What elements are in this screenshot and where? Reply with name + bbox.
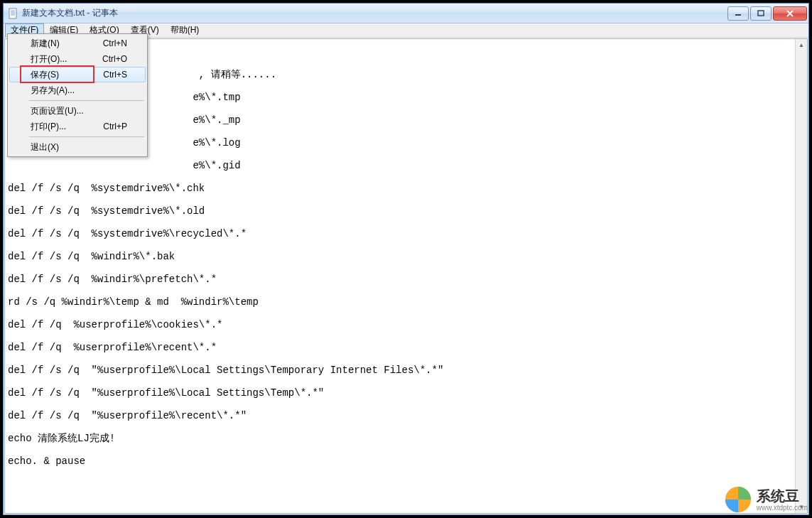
- maximize-button[interactable]: [750, 6, 772, 21]
- window-controls: [727, 6, 807, 21]
- menu-item-label: 页面设置(U)...: [31, 105, 127, 117]
- menu-item-open[interactable]: 打开(O)... Ctrl+O: [9, 51, 146, 67]
- scroll-up-button[interactable]: ▲: [796, 39, 807, 51]
- menu-item-label: 另存为(A)...: [31, 85, 127, 97]
- menu-item-save[interactable]: 保存(S) Ctrl+S: [9, 67, 146, 82]
- close-button[interactable]: [773, 6, 807, 21]
- menu-item-saveas[interactable]: 另存为(A)...: [9, 82, 146, 98]
- window-title: 新建文本文档.txt - 记事本: [22, 7, 727, 19]
- menu-item-shortcut: Ctrl+P: [103, 122, 127, 131]
- file-dropdown-menu: 新建(N) Ctrl+N 打开(O)... Ctrl+O 保存(S) Ctrl+…: [7, 33, 148, 157]
- scroll-down-button[interactable]: ▼: [796, 501, 807, 513]
- scroll-track[interactable]: [796, 51, 807, 501]
- menu-item-shortcut: Ctrl+S: [103, 70, 127, 80]
- menu-item-label: 打开(O)...: [31, 53, 102, 65]
- menu-item-label: 新建(N): [31, 38, 103, 50]
- minimize-button[interactable]: [727, 6, 749, 21]
- menu-item-label: 保存(S): [31, 69, 103, 81]
- menu-item-print[interactable]: 打印(P)... Ctrl+P: [9, 119, 146, 134]
- menu-item-exit[interactable]: 退出(X): [9, 139, 146, 155]
- svg-rect-6: [758, 11, 764, 16]
- vertical-scrollbar[interactable]: ▲ ▼: [795, 39, 807, 513]
- menu-help[interactable]: 帮助(H): [165, 23, 205, 37]
- menu-item-pagesetup[interactable]: 页面设置(U)...: [9, 103, 146, 119]
- menu-separator: [29, 136, 144, 137]
- app-icon: [8, 8, 19, 19]
- menu-item-label: 退出(X): [31, 141, 127, 153]
- menu-item-new[interactable]: 新建(N) Ctrl+N: [9, 36, 146, 51]
- menu-item-label: 打印(P)...: [31, 121, 103, 133]
- menu-item-shortcut: Ctrl+N: [103, 38, 127, 48]
- menu-item-shortcut: Ctrl+O: [102, 54, 127, 64]
- menu-separator: [29, 100, 144, 101]
- titlebar[interactable]: 新建文本文档.txt - 记事本: [4, 4, 808, 23]
